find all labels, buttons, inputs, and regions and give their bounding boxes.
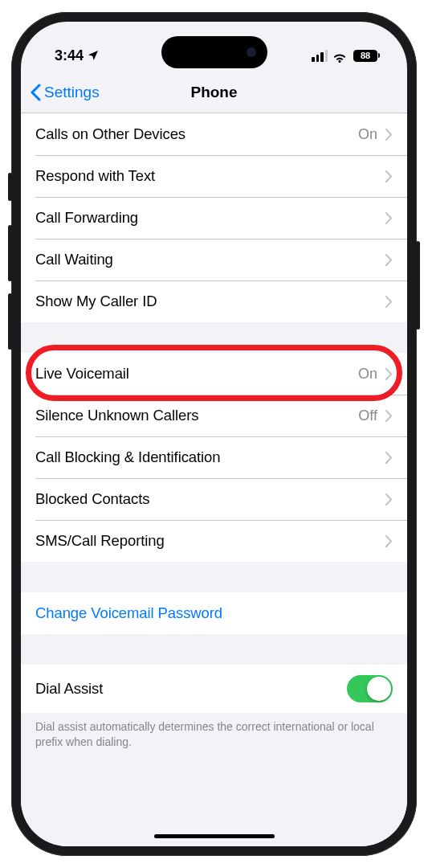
row-sms-call-reporting[interactable]: SMS/Call Reporting bbox=[21, 520, 407, 562]
chevron-right-icon bbox=[385, 254, 393, 266]
settings-group-change-voicemail: Change Voicemail Password bbox=[21, 592, 407, 634]
row-label: Calls on Other Devices bbox=[35, 125, 358, 143]
back-label: Settings bbox=[44, 84, 100, 101]
chevron-right-icon bbox=[385, 452, 393, 464]
row-show-my-caller-id[interactable]: Show My Caller ID bbox=[21, 280, 407, 322]
chevron-right-icon bbox=[385, 368, 393, 380]
volume-up-button bbox=[8, 225, 12, 281]
chevron-right-icon bbox=[385, 493, 393, 506]
row-call-blocking-identification[interactable]: Call Blocking & Identification bbox=[21, 436, 407, 478]
nav-bar: Settings Phone bbox=[21, 72, 407, 113]
row-label: Silence Unknown Callers bbox=[35, 407, 358, 424]
wifi-icon bbox=[332, 50, 348, 62]
location-arrow-icon bbox=[87, 49, 100, 62]
row-label: Dial Assist bbox=[35, 680, 347, 698]
row-call-forwarding[interactable]: Call Forwarding bbox=[21, 197, 407, 239]
chevron-right-icon bbox=[385, 535, 393, 547]
row-label: Blocked Contacts bbox=[35, 490, 385, 508]
back-button[interactable]: Settings bbox=[31, 84, 100, 101]
row-label: Respond with Text bbox=[35, 167, 385, 185]
dial-assist-footer: Dial assist automatically determines the… bbox=[21, 713, 407, 750]
settings-group-voicemail: Live Voicemail On Silence Unknown Caller… bbox=[21, 353, 407, 562]
settings-group-dial-assist: Dial Assist bbox=[21, 665, 407, 713]
battery-icon: 88 bbox=[353, 50, 380, 62]
row-value: Off bbox=[358, 407, 377, 424]
row-value: On bbox=[358, 126, 377, 143]
mute-switch bbox=[8, 173, 12, 201]
cellular-signal-icon bbox=[312, 50, 328, 62]
chevron-right-icon bbox=[385, 296, 393, 308]
power-button bbox=[416, 241, 420, 330]
row-calls-on-other-devices[interactable]: Calls on Other Devices On bbox=[21, 113, 407, 155]
row-silence-unknown-callers[interactable]: Silence Unknown Callers Off bbox=[21, 395, 407, 436]
volume-down-button bbox=[8, 293, 12, 350]
row-blocked-contacts[interactable]: Blocked Contacts bbox=[21, 478, 407, 520]
row-respond-with-text[interactable]: Respond with Text bbox=[21, 155, 407, 197]
row-label: SMS/Call Reporting bbox=[35, 532, 385, 550]
row-label: Call Forwarding bbox=[35, 209, 385, 227]
row-label: Change Voicemail Password bbox=[35, 604, 393, 622]
row-dial-assist[interactable]: Dial Assist bbox=[21, 665, 407, 713]
chevron-right-icon bbox=[385, 212, 393, 224]
row-label: Live Voicemail bbox=[35, 365, 358, 383]
row-change-voicemail-password[interactable]: Change Voicemail Password bbox=[21, 592, 407, 634]
dial-assist-toggle[interactable] bbox=[347, 675, 393, 702]
page-title: Phone bbox=[190, 84, 237, 101]
settings-content[interactable]: Calls on Other Devices On Respond with T… bbox=[21, 113, 407, 846]
chevron-right-icon bbox=[385, 129, 393, 141]
dynamic-island bbox=[161, 36, 267, 68]
home-indicator[interactable] bbox=[154, 834, 275, 839]
row-live-voicemail[interactable]: Live Voicemail On bbox=[21, 353, 407, 395]
row-label: Show My Caller ID bbox=[35, 293, 385, 310]
phone-frame: 3:44 88 Settings bbox=[11, 12, 417, 856]
screen: 3:44 88 Settings bbox=[21, 22, 407, 846]
chevron-right-icon bbox=[385, 410, 393, 422]
chevron-right-icon bbox=[385, 170, 393, 182]
status-time: 3:44 bbox=[55, 47, 84, 64]
row-value: On bbox=[358, 366, 377, 383]
row-call-waiting[interactable]: Call Waiting bbox=[21, 239, 407, 280]
battery-percent: 88 bbox=[361, 51, 370, 60]
settings-group-calls: Calls on Other Devices On Respond with T… bbox=[21, 113, 407, 322]
row-label: Call Waiting bbox=[35, 251, 385, 268]
row-label: Call Blocking & Identification bbox=[35, 448, 385, 466]
